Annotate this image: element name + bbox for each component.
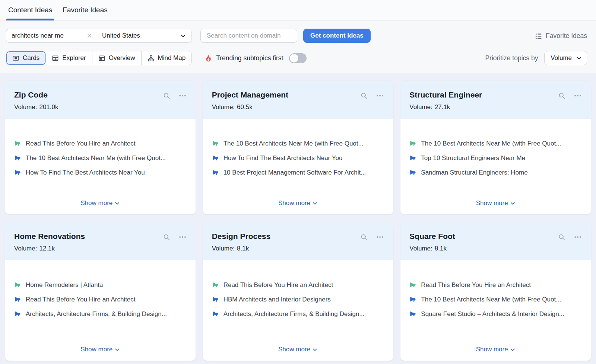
idea-title[interactable]: Architects, Architecture Firms, & Buildi… [26, 310, 167, 318]
search-topic-icon[interactable] [360, 233, 368, 241]
show-more-label: Show more [476, 199, 508, 207]
topic-title[interactable]: Square Foot [409, 232, 455, 241]
idea-title[interactable]: Square Feet Studio – Architects & Interi… [421, 310, 564, 318]
flame-icon [205, 54, 212, 62]
show-more-link[interactable]: Show more [278, 346, 318, 353]
topic-title[interactable]: Design Process [212, 232, 271, 241]
more-options-icon[interactable] [574, 233, 582, 241]
idea-title[interactable]: Home Remodelers | Atlanta [26, 281, 103, 289]
get-content-ideas-button[interactable]: Get content ideas [303, 29, 371, 43]
idea-item[interactable]: The 10 Best Architects Near Me (with Fre… [409, 296, 582, 304]
favorite-ideas-link[interactable]: Favorite Ideas [535, 32, 587, 40]
topic-title[interactable]: Project Management [212, 90, 288, 99]
volume-label: Volume: [212, 103, 235, 111]
megaphone-icon [212, 310, 219, 317]
idea-item[interactable]: Architects, Architecture Firms, & Buildi… [14, 310, 187, 318]
topic-card-header: Project Management Volume: 60.5k [203, 81, 393, 119]
more-options-icon[interactable] [574, 92, 582, 100]
idea-title[interactable]: Read This Before You Hire an Architect [26, 140, 136, 148]
idea-title[interactable]: Architects, Architecture Firms, & Buildi… [224, 310, 365, 318]
idea-item[interactable]: 10 Best Project Management Software For … [212, 169, 384, 177]
trending-toggle[interactable] [289, 53, 307, 63]
megaphone-icon [14, 140, 21, 147]
idea-title[interactable]: HBM Architects and Interior Designers [224, 296, 331, 304]
idea-item[interactable]: The 10 Best Architects Near Me (with Fre… [212, 140, 384, 148]
idea-item[interactable]: Read This Before You Hire an Architect [409, 281, 582, 289]
idea-title[interactable]: The 10 Best Architects Near Me (with Fre… [26, 154, 166, 162]
more-options-icon[interactable] [178, 92, 187, 100]
idea-item[interactable]: How To Find The Best Architects Near You [212, 154, 384, 162]
view-tab-label: Overview [109, 54, 135, 62]
topic-title[interactable]: Zip Code [14, 90, 58, 99]
idea-item[interactable]: Top 10 Structural Engineers Near Me [409, 154, 582, 162]
megaphone-icon [212, 154, 219, 161]
idea-title[interactable]: Read This Before You Hire an Architect [224, 281, 333, 289]
view-tab-explorer[interactable]: Explorer [46, 51, 92, 65]
volume-value: 12.1k [39, 245, 55, 252]
idea-item[interactable]: Read This Before You Hire an Architect [14, 296, 187, 304]
idea-title[interactable]: How To Find The Best Architects Near You [224, 154, 343, 162]
idea-item[interactable]: The 10 Best Architects Near Me (with Fre… [14, 154, 187, 162]
show-more-label: Show more [80, 199, 112, 207]
idea-item[interactable]: How To Find The Best Architects Near You [14, 169, 187, 177]
idea-title[interactable]: Sandman Structural Engineers: Home [421, 169, 527, 177]
domain-search-input[interactable] [200, 29, 297, 43]
idea-title[interactable]: Read This Before You Hire an Architect [26, 296, 136, 304]
show-more-link[interactable]: Show more [476, 346, 516, 353]
show-more-link[interactable]: Show more [278, 199, 318, 207]
search-topic-icon[interactable] [163, 233, 170, 241]
idea-title[interactable]: How To Find The Best Architects Near You [26, 169, 145, 177]
topic-title[interactable]: Structural Engineer [409, 90, 482, 99]
show-more-link[interactable]: Show more [476, 199, 516, 207]
megaphone-icon [14, 169, 21, 176]
idea-item[interactable]: Read This Before You Hire an Architect [14, 140, 187, 148]
show-more-link[interactable]: Show more [80, 199, 120, 207]
idea-item[interactable]: Square Feet Studio – Architects & Interi… [409, 310, 582, 318]
search-topic-icon[interactable] [558, 92, 565, 99]
view-tab-cards[interactable]: Cards [6, 51, 46, 65]
view-tab-mindmap[interactable]: Mind Map [142, 51, 192, 65]
idea-item[interactable]: HBM Architects and Interior Designers [212, 296, 384, 304]
show-more-link[interactable]: Show more [80, 346, 120, 353]
search-topic-icon[interactable] [163, 92, 170, 99]
tab-favorite-ideas[interactable]: Favorite Ideas [62, 0, 108, 20]
keyword-country-group: United States [6, 29, 191, 43]
chevron-down-icon [576, 55, 582, 61]
prioritize-select[interactable]: Volume [544, 51, 587, 65]
idea-item[interactable]: Home Remodelers | Atlanta [14, 281, 187, 289]
idea-item[interactable]: Sandman Structural Engineers: Home [409, 169, 582, 177]
idea-title[interactable]: Read This Before You Hire an Architect [421, 281, 531, 289]
idea-title[interactable]: The 10 Best Architects Near Me (with Fre… [421, 140, 561, 148]
megaphone-icon [14, 154, 21, 161]
volume-value: 8.1k [435, 245, 447, 252]
more-options-icon[interactable] [376, 233, 384, 241]
more-options-icon[interactable] [376, 92, 384, 100]
table-view-icon [52, 55, 59, 62]
search-topic-icon[interactable] [360, 92, 368, 99]
idea-title[interactable]: 10 Best Project Management Software For … [224, 169, 366, 177]
topic-card: Project Management Volume: 60.5k The 10 … [203, 81, 393, 214]
topic-volume: Volume: 12.1k [14, 245, 85, 252]
idea-list: Home Remodelers | Atlanta Read This Befo… [5, 260, 196, 346]
tab-content-ideas[interactable]: Content Ideas [7, 0, 53, 20]
idea-title[interactable]: Top 10 Structural Engineers Near Me [421, 154, 525, 162]
idea-item[interactable]: Read This Before You Hire an Architect [212, 281, 384, 289]
idea-title[interactable]: The 10 Best Architects Near Me (with Fre… [224, 140, 364, 148]
topic-volume: Volume: 8.1k [409, 245, 455, 252]
cards-grid: Zip Code Volume: 201.0k Read This Before… [0, 73, 596, 364]
keyword-input[interactable] [12, 32, 87, 39]
view-tab-overview[interactable]: Overview [92, 51, 142, 65]
idea-title[interactable]: The 10 Best Architects Near Me (with Fre… [421, 296, 561, 304]
view-switcher: Cards Explorer Overview Mind Map [6, 51, 192, 65]
idea-item[interactable]: Architects, Architecture Firms, & Buildi… [212, 310, 384, 318]
more-options-icon[interactable] [178, 233, 187, 241]
chevron-down-icon [312, 347, 318, 352]
show-more-label: Show more [278, 199, 310, 207]
idea-list: Read This Before You Hire an Architect T… [400, 260, 591, 346]
search-topic-icon[interactable] [558, 233, 565, 241]
idea-item[interactable]: The 10 Best Architects Near Me (with Fre… [409, 140, 582, 148]
clear-keyword-icon[interactable] [87, 33, 92, 38]
country-select[interactable]: United States [96, 29, 191, 42]
topic-title[interactable]: Home Renovations [14, 232, 85, 241]
card-footer: Show more [5, 199, 196, 214]
